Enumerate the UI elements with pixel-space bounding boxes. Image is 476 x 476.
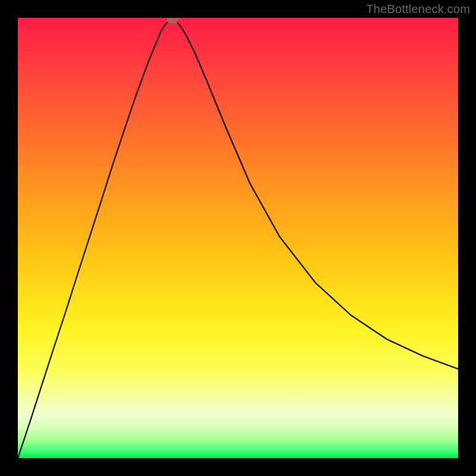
- plot-frame: [18, 18, 458, 458]
- attribution-text: TheBottleneck.com: [366, 2, 470, 16]
- vertex-marker: [167, 18, 178, 23]
- curve-svg: [18, 18, 458, 458]
- bottleneck-curve-path: [18, 20, 458, 458]
